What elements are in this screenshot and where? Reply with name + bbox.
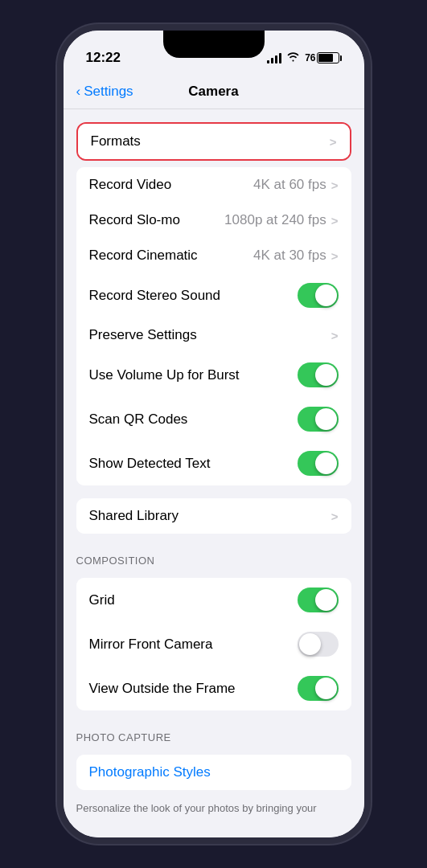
content-area: Formats > Record Video 4K at 60 fps > Re… [64,109,364,837]
composition-group: Grid Mirror Front Camera [76,578,351,710]
chevron-right-icon: > [331,249,339,263]
item-label: Show Detected Text [89,456,211,472]
chevron-right-icon: > [330,135,337,149]
item-label: Record Cinematic [89,248,198,264]
shared-library-group: Shared Library > [76,498,351,534]
status-time: 12:22 [86,50,121,66]
battery-icon: 76 [305,52,341,63]
chevron-right-icon: > [331,510,339,523]
video-settings-group: Record Video 4K at 60 fps > Record Slo-m… [76,167,351,485]
chevron-right-icon: > [331,214,339,227]
list-item: Use Volume Up for Burst [76,353,351,397]
chevron-right-icon: > [331,178,339,192]
item-value: 4K at 60 fps [253,177,326,193]
list-item[interactable]: Shared Library > [76,498,351,534]
photographic-styles-label: Photographic Styles [89,764,211,780]
page-title: Camera [188,84,238,100]
item-label: Mirror Front Camera [89,637,213,653]
item-right: > [330,135,337,149]
list-item: Record Stereo Sound [76,273,351,317]
list-item: Scan QR Codes [76,397,351,441]
item-value: 1080p at 240 fps [224,212,326,228]
notch [163,31,265,58]
chevron-left-icon: ‹ [76,84,81,100]
list-item: Show Detected Text [76,441,351,485]
list-item[interactable]: Record Video 4K at 60 fps > [76,167,351,203]
item-label: Shared Library [89,508,179,524]
phone-frame: 12:22 76 [57,24,371,844]
view-outside-toggle[interactable] [298,676,339,701]
record-stereo-toggle[interactable] [298,283,339,308]
formats-group: Formats > [76,122,351,161]
item-label: Record Video [89,177,172,193]
composition-section: COMPOSITION Grid Mirror Front Camera [64,540,364,710]
item-label: Record Slo-mo [89,212,180,228]
photo-capture-description: Personalize the look of your photos by b… [64,796,364,827]
list-item: View Outside the Frame [76,666,351,710]
show-text-toggle[interactable] [298,451,339,476]
back-label: Settings [84,84,133,100]
status-icons: 76 [267,51,341,64]
list-item[interactable]: Formats > [78,124,350,159]
composition-section-label: COMPOSITION [64,540,364,571]
chevron-right-icon: > [331,329,339,342]
nav-bar: ‹ Settings Camera [64,74,364,109]
volume-burst-toggle[interactable] [298,362,339,387]
list-item: Grid [76,578,351,622]
item-label: Grid [89,592,115,608]
item-label: View Outside the Frame [89,681,236,697]
grid-toggle[interactable] [298,588,339,612]
signal-icon [267,52,281,63]
photo-capture-group: Photographic Styles [76,755,351,790]
photo-capture-label: PHOTO CAPTURE [64,717,364,748]
mirror-front-toggle[interactable] [298,632,339,657]
item-label: Preserve Settings [89,327,197,343]
list-item[interactable]: Preserve Settings > [76,317,351,353]
list-item[interactable]: Record Cinematic 4K at 30 fps > [76,238,351,273]
item-label: Scan QR Codes [89,411,188,428]
list-item: Mirror Front Camera [76,622,351,666]
item-value: 4K at 30 fps [253,248,326,264]
back-button[interactable]: ‹ Settings [76,84,133,100]
photo-capture-section: PHOTO CAPTURE Photographic Styles Person… [64,717,364,827]
wifi-icon [286,51,300,64]
list-item[interactable]: Record Slo-mo 1080p at 240 fps > [76,203,351,238]
scan-qr-toggle[interactable] [298,407,339,432]
item-label: Formats [91,133,141,149]
list-item[interactable]: Photographic Styles [76,755,351,790]
status-bar: 12:22 76 [64,31,364,74]
item-label: Use Volume Up for Burst [89,367,240,383]
item-label: Record Stereo Sound [89,288,221,304]
battery-percent: 76 [305,52,315,63]
